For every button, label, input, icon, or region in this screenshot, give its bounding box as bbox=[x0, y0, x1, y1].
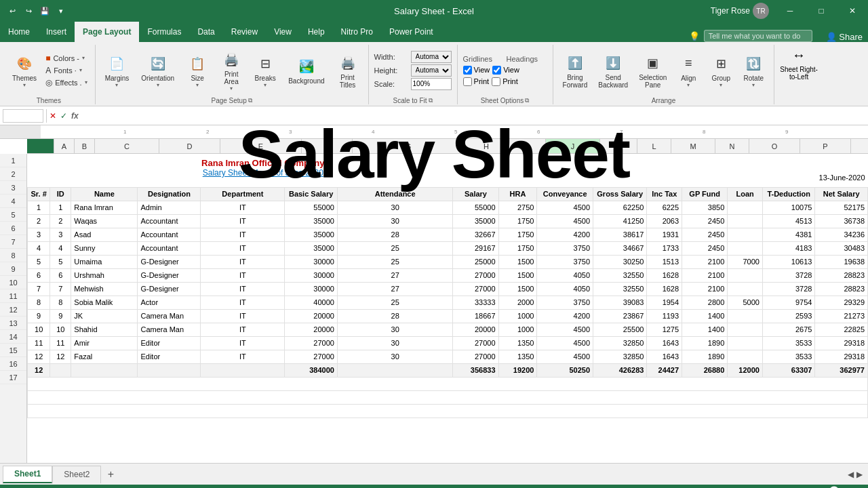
effects-button[interactable]: ◎ Effects . ▾ bbox=[43, 77, 90, 88]
sheet-tab-sheet2[interactable]: Sheet2 bbox=[52, 466, 101, 483]
tab-view[interactable]: View bbox=[266, 22, 300, 42]
ribbon-group-sheet-direction: ↔ Sheet Right-to-Left bbox=[774, 45, 823, 104]
send-backward-label: Send bbox=[606, 74, 621, 81]
tab-formulas[interactable]: Formulas bbox=[139, 22, 189, 42]
send-backward-button[interactable]: ⬇️ Send Backward bbox=[594, 51, 632, 90]
tab-power-point[interactable]: Power Point bbox=[381, 22, 441, 42]
fonts-dropdown-icon: ▾ bbox=[79, 67, 82, 73]
col-header-l: L bbox=[637, 139, 671, 153]
themes-icon: 🎨 bbox=[14, 53, 35, 75]
width-select[interactable]: Automatic 1 page bbox=[411, 51, 452, 63]
cell-tded-1: 10075 bbox=[762, 201, 814, 214]
close-button[interactable]: ✕ bbox=[837, 0, 868, 22]
tab-data[interactable]: Data bbox=[189, 22, 222, 42]
insert-function-icon[interactable]: fx bbox=[71, 111, 79, 121]
scale-input[interactable] bbox=[411, 78, 452, 90]
cell-desig-1: Admin bbox=[138, 201, 201, 214]
gridlines-view-checkbox[interactable] bbox=[463, 66, 472, 75]
cell-reference-box[interactable] bbox=[3, 109, 43, 123]
row-num-16: 16 bbox=[0, 357, 26, 371]
cell-loan-11 bbox=[728, 336, 763, 350]
cell-tded-11: 3533 bbox=[762, 336, 814, 350]
row-numbers: 1 2 3 4 5 6 7 8 9 10 11 12 13 14 15 16 1… bbox=[0, 154, 27, 463]
cell-loan-1 bbox=[728, 201, 763, 214]
sheet-direction-icon: ↔ bbox=[792, 47, 806, 63]
group-icon: ⊞ bbox=[710, 53, 732, 75]
cell-basic-5: 30000 bbox=[285, 255, 337, 268]
themes-button[interactable]: 🎨 Themes ▾ bbox=[8, 52, 41, 89]
header-gross-salary: Gross Salary bbox=[593, 187, 647, 201]
page-setup-dialog-launcher[interactable]: ⧉ bbox=[248, 97, 252, 104]
cell-sr-12: 12 bbox=[28, 350, 50, 363]
margins-button[interactable]: 📄 Margins ▾ bbox=[101, 52, 134, 89]
dropdown-button[interactable]: ▾ bbox=[54, 4, 68, 18]
tab-review[interactable]: Review bbox=[223, 22, 266, 42]
gridlines-print-checkbox[interactable] bbox=[463, 77, 472, 86]
row-num-6: 6 bbox=[0, 222, 26, 235]
cell-desig-2: Accountant bbox=[138, 214, 201, 228]
print-titles-button[interactable]: 🖨️ Print Titles bbox=[333, 51, 363, 90]
cell-tax-4: 1733 bbox=[647, 241, 682, 255]
spreadsheet-scroll-area[interactable]: Rana Imran Official Company Salary Sheet… bbox=[27, 154, 868, 463]
print-area-button[interactable]: 🖨️ Print Area ▾ bbox=[216, 47, 246, 93]
redo-button[interactable]: ↪ bbox=[22, 4, 35, 18]
tab-page-layout[interactable]: Page Layout bbox=[75, 22, 139, 42]
col-header-d: D bbox=[159, 139, 220, 153]
orientation-button[interactable]: 🔄 Orientation ▾ bbox=[137, 52, 178, 89]
sheet-options-label: Sheet Options ⧉ bbox=[481, 97, 529, 104]
cell-sal-1: 55000 bbox=[453, 201, 498, 214]
rotate-button[interactable]: 🔃 Rotate ▾ bbox=[738, 52, 768, 89]
scroll-left-button[interactable]: ◀ bbox=[848, 470, 854, 479]
height-select[interactable]: Automatic 1 page bbox=[411, 64, 452, 77]
totals-conv: 50250 bbox=[537, 363, 593, 377]
selection-pane-button[interactable]: ▣ Selection Pane bbox=[635, 51, 671, 90]
effects-label: Effects . bbox=[55, 79, 82, 87]
row-num-5: 5 bbox=[0, 208, 26, 222]
themes-dropdown: ▾ bbox=[23, 82, 26, 88]
minimize-button[interactable]: ─ bbox=[774, 0, 806, 22]
cell-desig-11: Editor bbox=[138, 336, 201, 350]
undo-button[interactable]: ↩ bbox=[5, 4, 19, 18]
confirm-formula-icon[interactable]: ✓ bbox=[60, 111, 67, 121]
bring-forward-button[interactable]: ⬆️ Bring Forward bbox=[559, 51, 592, 90]
selection-pane-label: Selection bbox=[639, 74, 667, 81]
breaks-button[interactable]: ⊟ Breaks ▾ bbox=[250, 52, 280, 89]
save-button[interactable]: 💾 bbox=[38, 4, 52, 18]
table-row: 11 11 Amir Editor IT 27000 30 27000 1350… bbox=[28, 336, 868, 350]
headings-print-checkbox[interactable] bbox=[492, 77, 500, 86]
cell-gross-6: 32550 bbox=[593, 268, 647, 282]
align-button[interactable]: ≡ Align ▾ bbox=[673, 52, 703, 89]
maximize-button[interactable]: □ bbox=[806, 0, 837, 22]
formula-input[interactable] bbox=[81, 112, 865, 120]
size-button[interactable]: 📋 Size ▾ bbox=[182, 52, 212, 89]
sheet-options-dialog-launcher[interactable]: ⧉ bbox=[525, 97, 529, 104]
group-button[interactable]: ⊞ Group ▾ bbox=[706, 52, 736, 89]
cell-basic-1: 55000 bbox=[285, 201, 337, 214]
colors-button[interactable]: ■ Colors - ▾ bbox=[43, 53, 87, 64]
bring-forward-icon: ⬆️ bbox=[564, 52, 586, 74]
title-bar: ↩ ↪ 💾 ▾ Salary Sheet - Excel Tiger Rose … bbox=[0, 0, 868, 22]
ruler-mark-2: 2 bbox=[206, 129, 209, 135]
headings-view-checkbox[interactable] bbox=[492, 66, 501, 75]
search-input[interactable] bbox=[704, 30, 812, 42]
scale-dialog-launcher[interactable]: ⧉ bbox=[429, 97, 433, 104]
cell-name-10: Shahid bbox=[71, 323, 138, 336]
cell-name-4: Sunny bbox=[71, 241, 138, 255]
sheet-tab-sheet1[interactable]: Sheet1 bbox=[3, 466, 52, 483]
cell-sal-2: 35000 bbox=[453, 214, 498, 228]
share-button[interactable]: 👤 Share bbox=[821, 32, 868, 42]
tab-nitro-pro[interactable]: Nitro Pro bbox=[333, 22, 381, 42]
background-button[interactable]: 🏞️ Background bbox=[284, 54, 328, 86]
tab-help[interactable]: Help bbox=[300, 22, 333, 42]
cell-gross-7: 32550 bbox=[593, 282, 647, 296]
formula-icons: ✕ ✓ fx bbox=[50, 111, 79, 121]
cell-basic-6: 30000 bbox=[285, 268, 337, 282]
fonts-button[interactable]: A Fonts · ▾ bbox=[43, 65, 84, 76]
tab-home[interactable]: Home bbox=[0, 22, 38, 42]
cancel-formula-icon[interactable]: ✕ bbox=[50, 111, 56, 121]
cell-tax-7: 1628 bbox=[647, 282, 682, 296]
add-sheet-button[interactable]: + bbox=[101, 465, 120, 484]
tab-insert[interactable]: Insert bbox=[38, 22, 75, 42]
scroll-right-button[interactable]: ▶ bbox=[856, 470, 863, 479]
cell-tded-6: 3728 bbox=[762, 268, 814, 282]
